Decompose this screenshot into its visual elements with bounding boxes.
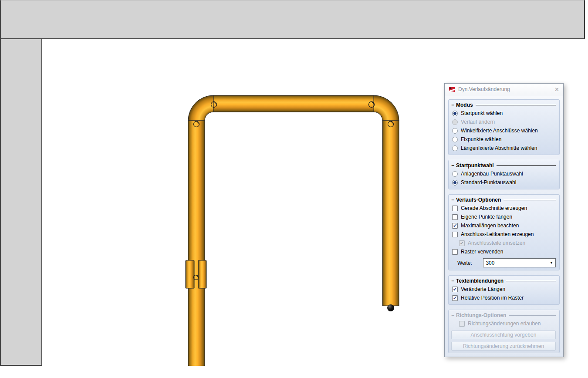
dyn-verlaufsaenderung-dialog: Dyn.Verlaufsänderung ✕ − Modus Startpunk…: [444, 83, 564, 357]
pipe-bend-top-right[interactable]: [374, 95, 399, 121]
group-title: Texteinblendungen: [456, 278, 504, 284]
collapse-icon[interactable]: −: [451, 102, 454, 108]
checkbox-raster-verwenden[interactable]: Raster verwenden: [451, 247, 556, 256]
group-title: Startpunktwahl: [456, 162, 494, 169]
checkbox-icon[interactable]: [452, 206, 458, 211]
radio-winkelfixierte-anschluesse[interactable]: Winkelfixierte Anschlüsse wählen: [451, 126, 556, 135]
pipe-clamp-left-shell[interactable]: [186, 260, 194, 288]
group-startpunktwahl: − Startpunktwahl Anlagenbau-Punktauswahl…: [448, 160, 560, 189]
radio-anlagenbau-punktauswahl[interactable]: Anlagenbau-Punktauswahl: [451, 169, 556, 178]
checkbox-checked-icon[interactable]: ✔: [452, 223, 458, 229]
checkbox-eigene-punkte[interactable]: Eigene Punkte fangen: [451, 213, 556, 221]
collapse-icon[interactable]: −: [451, 162, 454, 169]
pipe-top-horizontal[interactable]: [213, 95, 374, 112]
group-startpunktwahl-header[interactable]: − Startpunktwahl: [451, 162, 556, 169]
group-rule: [506, 281, 556, 281]
dialog-titlebar[interactable]: Dyn.Verlaufsänderung ✕: [445, 84, 563, 95]
checkbox-relative-position[interactable]: ✔ Relative Position im Raster: [451, 294, 556, 302]
weite-value[interactable]: 300: [486, 260, 550, 266]
richtungsaenderung-zuruecknehmen-button: Richtungsänderung zurücknehmen: [451, 342, 556, 351]
radio-icon[interactable]: [452, 171, 458, 177]
group-richtungs-optionen-header: − Richtungs-Optionen: [451, 311, 556, 319]
checkbox-checked-icon[interactable]: ✔: [452, 287, 458, 292]
group-rule: [509, 315, 556, 316]
group-modus-header[interactable]: − Modus: [451, 101, 556, 109]
radio-icon[interactable]: [452, 137, 458, 142]
radio-icon[interactable]: [452, 180, 458, 186]
dialog-title: Dyn.Verlaufsänderung: [458, 86, 551, 92]
group-title: Modus: [456, 102, 473, 108]
checkbox-richtungsaenderungen-erlauben: Richtungsänderungen erlauben: [451, 319, 556, 328]
anschlussrichtung-vorgeben-button: Anschlussrichtung vorgeben: [451, 331, 556, 339]
group-verlaufs-optionen: − Verlaufs-Optionen Gerade Abschnitte er…: [448, 194, 560, 270]
checkbox-gerade-abschnitte[interactable]: Gerade Abschnitte erzeugen: [451, 204, 556, 213]
collapse-icon[interactable]: −: [451, 197, 454, 203]
close-icon[interactable]: ✕: [554, 87, 559, 92]
checkbox-icon[interactable]: [452, 232, 458, 237]
group-modus: − Modus Startpunkt wählen Verlauf ändern…: [448, 99, 560, 155]
group-title: Verlaufs-Optionen: [456, 197, 501, 203]
pipe-left-vertical[interactable]: [188, 121, 205, 366]
collapse-icon[interactable]: −: [451, 278, 454, 284]
checkbox-icon[interactable]: [452, 214, 458, 220]
group-rule: [504, 200, 556, 200]
collapse-icon: −: [451, 312, 454, 318]
group-texteinblendungen-header[interactable]: − Texteinblendungen: [451, 277, 556, 285]
radio-startpunkt-waehlen[interactable]: Startpunkt wählen: [451, 109, 556, 118]
radio-verlauf-aendern: Verlauf ändern: [451, 118, 556, 126]
radio-icon[interactable]: [452, 145, 458, 151]
group-title: Richtungs-Optionen: [456, 312, 506, 318]
radio-icon: [452, 119, 458, 125]
weld-point-markers: [194, 102, 394, 280]
group-verlaufs-optionen-header[interactable]: − Verlaufs-Optionen: [451, 196, 556, 204]
app-logo-icon: [449, 86, 455, 93]
checkbox-maximallaengen[interactable]: ✔ Maximallängen beachten: [451, 221, 556, 230]
checkbox-veraenderte-laengen[interactable]: ✔ Veränderte Längen: [451, 285, 556, 294]
checkbox-checked-icon[interactable]: ✔: [452, 295, 458, 301]
pipe-bend-top-left[interactable]: [188, 95, 213, 121]
checkbox-checked-disabled-icon: ✔: [459, 240, 465, 246]
radio-icon[interactable]: [452, 128, 458, 134]
group-rule: [497, 165, 556, 166]
endpoint-sphere-marker[interactable]: [387, 304, 394, 311]
checkbox-anschluss-leitkanten[interactable]: Anschluss-Leitkanten erzeugen: [451, 230, 556, 239]
radio-icon[interactable]: [452, 111, 458, 116]
weite-label: Weite:: [457, 260, 483, 266]
pipe-right-vertical[interactable]: [382, 121, 399, 306]
radio-standard-punktauswahl[interactable]: Standard-Punktauswahl: [451, 178, 556, 187]
radio-fixpunkte[interactable]: Fixpunkte wählen: [451, 135, 556, 144]
group-richtungs-optionen: − Richtungs-Optionen Richtungsänderungen…: [448, 310, 560, 353]
pipe-clamp-right-shell[interactable]: [198, 260, 206, 288]
radio-laengenfixierte-abschnitte[interactable]: Längenfixierte Abschnitte wählen: [451, 144, 556, 152]
weite-combobox[interactable]: 300 ▼: [483, 258, 556, 267]
checkbox-icon[interactable]: [452, 249, 458, 255]
checkbox-anschlussteile-umsetzen: ✔ Anschlussteile umsetzen: [451, 239, 556, 247]
checkbox-disabled-icon: [459, 321, 465, 327]
dropdown-arrow-icon[interactable]: ▼: [550, 261, 553, 265]
group-texteinblendungen: − Texteinblendungen ✔ Veränderte Längen …: [448, 275, 560, 305]
weite-field-row: Weite: 300 ▼: [457, 258, 556, 267]
group-rule: [476, 105, 556, 105]
